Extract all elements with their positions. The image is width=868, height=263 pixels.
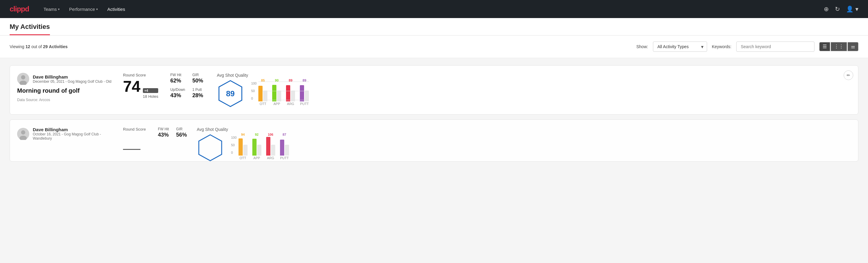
score-holes: 18 Holes <box>143 94 158 99</box>
activity-type-wrapper: All Activity Types <box>653 41 707 52</box>
one-putt-stat: 1 Putt 28% <box>192 88 207 99</box>
keywords-label: Keywords: <box>712 44 732 49</box>
bar-putt-value-2: 87 <box>282 133 286 136</box>
score-number-2 <box>123 133 141 150</box>
hexagon-score-2 <box>197 134 224 161</box>
avatar <box>17 73 29 85</box>
viewing-total: 29 <box>43 44 48 49</box>
fw-hit-label-2: FW Hit <box>158 127 169 131</box>
show-label: Show: <box>637 44 648 49</box>
player-info: Dave Billingham December 05, 2021 - Gog … <box>17 73 114 85</box>
activity-title: Morning round of golf <box>17 87 114 94</box>
bar-putt-label: PUTT <box>300 102 309 106</box>
gir-value-2: 56% <box>176 132 187 138</box>
bar-ott-fill <box>258 86 262 101</box>
chevron-down-icon: ▾ <box>58 7 60 11</box>
hexagon-score: 89 <box>217 80 244 107</box>
bar-ott-2: 94 OTT <box>239 133 248 160</box>
activity-type-select[interactable]: All Activity Types <box>653 41 707 52</box>
search-input[interactable] <box>736 41 814 52</box>
player-name: Dave Billingham <box>33 74 111 80</box>
nav-activities[interactable]: Activities <box>107 5 125 13</box>
navbar: clippd Teams ▾ Performance ▾ Activities … <box>0 0 868 18</box>
y-axis: 100 50 0 <box>251 82 256 106</box>
shot-quality-content-2: Avg Shot Quality 100 50 0 <box>197 127 289 161</box>
round-score-group: Round Score 74 +4 18 Holes <box>123 73 158 99</box>
nav-teams[interactable]: Teams ▾ <box>43 5 60 13</box>
bar-arg-value-2: 106 <box>268 133 273 136</box>
shot-quality-section-2: Avg Shot Quality 100 50 0 <box>197 127 851 161</box>
edit-button[interactable]: ✏ <box>844 70 853 80</box>
up-down-label: Up/Down <box>170 88 185 92</box>
fw-hit-value: 62% <box>170 78 185 84</box>
up-down-stat: Up/Down 43% <box>170 88 185 99</box>
fw-hit-label: FW Hit <box>170 73 185 77</box>
bars-area-2: 94 OTT 92 <box>239 136 289 160</box>
filter-bar: Viewing 12 out of 29 Activities Show: Al… <box>0 35 868 58</box>
player-info-2: Dave Billingham October 16, 2021 - Gog M… <box>17 127 114 141</box>
player-name-2: Dave Billingham <box>33 127 114 132</box>
bar-app-2: 92 APP <box>252 133 261 160</box>
score-badge: +4 <box>143 88 158 93</box>
round-score-group-2: Round Score <box>123 127 146 150</box>
bar-ott-bg <box>263 91 268 101</box>
bar-app-value-2: 92 <box>255 133 258 136</box>
page-header: My Activities <box>0 18 868 35</box>
shot-quality-label-2: Avg Shot Quality <box>197 127 289 132</box>
player-date: December 05, 2021 - Gog Magog Golf Club … <box>33 80 111 84</box>
svg-marker-7 <box>199 135 222 161</box>
mini-stats: FW Hit 62% GIR 50% Up/Down 43% 1 Putt 28… <box>170 73 207 99</box>
round-score-label: Round Score <box>123 73 158 77</box>
bar-chart-2: 100 50 0 94 <box>231 136 289 160</box>
round-score-label-2: Round Score <box>123 127 146 132</box>
viewing-count: 12 <box>26 44 30 49</box>
card-left: Dave Billingham December 05, 2021 - Gog … <box>17 73 114 102</box>
card-stats: Round Score 74 +4 18 Holes FW Hit 62% GI… <box>123 73 207 99</box>
gir-value: 50% <box>192 78 207 84</box>
gir-label-2: GIR <box>176 127 187 131</box>
shot-quality-section: Avg Shot Quality 89 100 50 <box>217 73 851 107</box>
bar-chart-container-2: 100 50 0 94 <box>231 136 289 160</box>
y-axis-2: 100 50 0 <box>231 136 237 160</box>
bars-area: 85 OTT 90 <box>258 82 309 106</box>
player-details: Dave Billingham December 05, 2021 - Gog … <box>33 74 111 84</box>
grid-view-button[interactable]: ⋮⋮ <box>831 42 847 51</box>
score-number: 74 <box>123 79 141 94</box>
add-icon[interactable]: ⊕ <box>824 5 829 12</box>
bar-app-label: APP <box>273 102 280 106</box>
logo[interactable]: clippd <box>10 5 29 13</box>
chevron-down-icon: ▾ <box>96 7 98 11</box>
refresh-icon[interactable]: ↻ <box>835 5 840 12</box>
gir-stat: GIR 50% <box>192 73 207 84</box>
avatar-2 <box>17 128 29 140</box>
nav-performance[interactable]: Performance ▾ <box>69 5 98 13</box>
shot-quality-label: Avg Shot Quality <box>217 73 309 78</box>
gir-stat-2: GIR 56% <box>176 127 187 150</box>
nav-icons: ⊕ ↻ 👤 ▾ <box>824 5 858 12</box>
data-source: Data Source: Arccos <box>17 98 114 102</box>
player-details-2: Dave Billingham October 16, 2021 - Gog M… <box>33 127 114 141</box>
hex-score-value: 89 <box>226 89 235 98</box>
bar-ott-label: OTT <box>259 102 266 106</box>
list-view-button[interactable]: ☰ <box>819 42 830 51</box>
page-title: My Activities <box>10 23 50 35</box>
activity-card-2: Dave Billingham October 16, 2021 - Gog M… <box>10 119 858 162</box>
mini-stats-2: FW Hit 43% GIR 56% <box>158 127 187 150</box>
bar-ott: 85 OTT <box>258 79 268 106</box>
compact-view-button[interactable]: ⚌ <box>847 42 858 51</box>
bar-chart-container: 100 50 0 <box>251 82 309 106</box>
bar-putt-2: 87 PUTT <box>280 133 289 160</box>
svg-point-1 <box>21 75 25 80</box>
player-date-2: October 16, 2021 - Gog Magog Golf Club -… <box>33 132 114 141</box>
fw-hit-stat-2: FW Hit 43% <box>158 127 169 150</box>
activity-card: ✏ Dave Billingham December 05, 2021 - Go… <box>10 65 858 115</box>
card-left-2: Dave Billingham October 16, 2021 - Gog M… <box>17 127 114 143</box>
user-avatar[interactable]: 👤 ▾ <box>846 5 858 12</box>
score-meta: +4 18 Holes <box>143 88 158 99</box>
card-stats-2: Round Score FW Hit 43% GIR 56% <box>123 127 187 150</box>
bar-ott-bars <box>258 83 268 101</box>
svg-point-5 <box>21 130 25 135</box>
one-putt-label: 1 Putt <box>192 88 207 92</box>
bar-arg-2: 106 ARG <box>266 133 275 160</box>
round-score-value-2 <box>123 133 146 150</box>
